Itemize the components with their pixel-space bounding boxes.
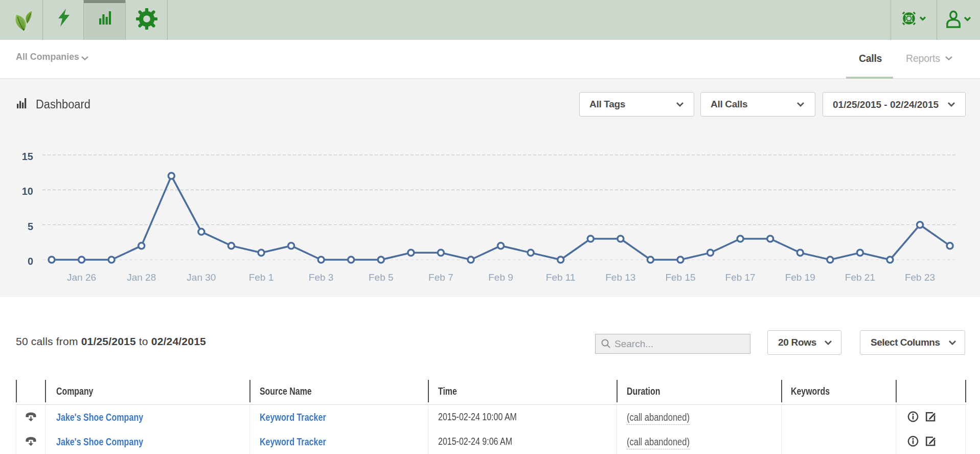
svg-text:Feb 13: Feb 13 bbox=[605, 272, 635, 283]
svg-text:Jan 30: Jan 30 bbox=[187, 272, 216, 283]
svg-text:0: 0 bbox=[28, 256, 33, 267]
svg-text:Feb 11: Feb 11 bbox=[546, 272, 576, 283]
svg-text:Jan 26: Jan 26 bbox=[67, 272, 96, 283]
svg-text:Jan 28: Jan 28 bbox=[127, 272, 156, 283]
svg-text:5: 5 bbox=[28, 221, 33, 232]
svg-text:Feb 7: Feb 7 bbox=[428, 272, 453, 283]
svg-text:Feb 23: Feb 23 bbox=[905, 272, 935, 283]
svg-text:Feb 17: Feb 17 bbox=[725, 272, 756, 283]
svg-text:Feb 19: Feb 19 bbox=[785, 272, 815, 283]
svg-text:15: 15 bbox=[22, 151, 33, 162]
svg-text:Feb 3: Feb 3 bbox=[309, 272, 334, 283]
svg-text:Feb 1: Feb 1 bbox=[249, 272, 274, 283]
svg-text:Feb 9: Feb 9 bbox=[488, 272, 513, 283]
svg-text:Feb 15: Feb 15 bbox=[665, 272, 695, 283]
svg-text:Feb 5: Feb 5 bbox=[369, 272, 394, 283]
svg-text:Feb 21: Feb 21 bbox=[845, 272, 875, 283]
svg-text:10: 10 bbox=[22, 186, 33, 197]
